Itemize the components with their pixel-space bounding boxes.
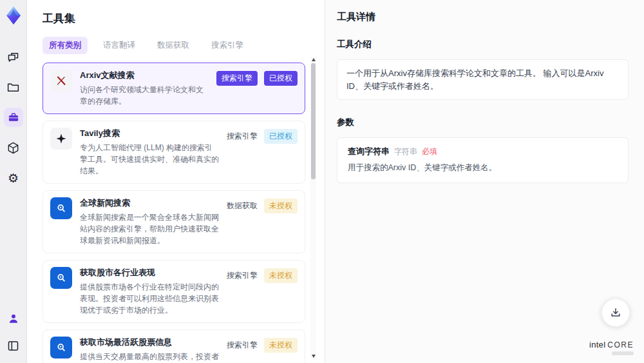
panel-toggle-icon[interactable] — [4, 336, 23, 355]
tool-title: Arxiv文献搜索 — [80, 70, 209, 81]
tool-detail-panel: 工具详情 工具介绍 一个用于从Arxiv存储库搜索科学论文和文章的工具。 输入可… — [325, 0, 644, 363]
tool-list-panel: 工具集 所有类别语言翻译数据获取搜索引擎 Arxi — [27, 0, 325, 363]
param-name: 查询字符串 — [348, 146, 390, 157]
detail-title: 工具详情 — [337, 11, 629, 23]
app-logo[interactable] — [4, 6, 23, 25]
params-list: 查询字符串 字符串 必填 用于搜索的Arxiv ID、关键字或作者姓名。 — [337, 137, 629, 183]
tool-description: 提供股票市场各个行业在特定时间段内的表现。投资者可以利用这些信息来识别表现优于或… — [80, 281, 219, 316]
tool-tags: 数据获取 未授权 — [227, 197, 298, 213]
tool-card-body: 获取市场最活跃股票信息 提供当天交易量最高的股票列表，投资者可以利用这些信息来识… — [80, 337, 219, 363]
auth-status-badge: 未授权 — [264, 338, 298, 353]
tool-description: 提供当天交易量最高的股票列表，投资者可以利用这些信息来识别流动性强的股票和潜在的… — [80, 351, 219, 363]
brand-core: core — [607, 340, 634, 349]
user-icon[interactable] — [4, 309, 23, 328]
scrollbar-thumb[interactable] — [311, 63, 316, 179]
scroll-down-icon[interactable] — [312, 355, 316, 358]
tool-tags: 搜索引擎 已授权 — [227, 128, 298, 144]
news-search-icon — [55, 271, 68, 284]
tool-card[interactable]: 获取市场最活跃股票信息 提供当天交易量最高的股票列表，投资者可以利用这些信息来识… — [43, 329, 305, 363]
tool-cards: Arxiv文献搜索 访问各个研究领域大量科学论文和文章的存储库。 搜索引擎 已授… — [43, 63, 305, 363]
tool-icon — [50, 70, 72, 92]
intel-core-logo: intelcore — [589, 340, 634, 355]
news-search-icon — [55, 202, 68, 215]
tool-icon — [50, 267, 72, 289]
tool-icon — [50, 337, 72, 358]
intro-section-label: 工具介绍 — [337, 39, 629, 50]
brand-sub-bar — [612, 351, 634, 355]
auth-status-badge: 未授权 — [264, 199, 298, 213]
tool-tags: 搜索引擎 已授权 — [216, 70, 298, 86]
category-badge: 搜索引擎 — [227, 129, 258, 144]
tool-card[interactable]: Arxiv文献搜索 访问各个研究领域大量科学论文和文章的存储库。 搜索引擎 已授… — [43, 63, 305, 114]
category-badge: 数据获取 — [227, 199, 258, 213]
page-title: 工具集 — [43, 11, 305, 26]
tool-description: 访问各个研究领域大量科学论文和文章的存储库。 — [80, 84, 209, 107]
gear-icon[interactable]: ⚙ — [4, 168, 23, 188]
scroll-up-icon[interactable] — [312, 58, 316, 61]
list-scrollbar[interactable] — [310, 57, 316, 359]
cube-icon[interactable] — [4, 138, 23, 157]
param-required-flag: 必填 — [422, 146, 437, 157]
tool-card-body: 获取股市各行业表现 提供股票市场各个行业在特定时间段内的表现。投资者可以利用这些… — [80, 267, 219, 316]
tool-card[interactable]: 全球新闻搜索 全球新闻搜索是一个聚合全球各大新闻网站内容的搜索引擎，帮助用户快速… — [43, 190, 305, 253]
tool-card-body: 全球新闻搜索 全球新闻搜索是一个聚合全球各大新闻网站内容的搜索引擎，帮助用户快速… — [80, 197, 219, 246]
rail-nav: ⚙ — [4, 47, 23, 188]
auth-status-badge: 已授权 — [264, 129, 298, 144]
tool-tags: 搜索引擎 未授权 — [227, 267, 298, 283]
params-section-label: 参数 — [337, 117, 629, 128]
tool-card-body: Tavily搜索 专为人工智能代理 (LLM) 构建的搜索引擎工具。可快速提供实… — [80, 128, 219, 177]
app-window: ⚙ 工具集 所有类别语言翻译数据获取搜索引擎 — [0, 0, 644, 363]
category-tab[interactable]: 语言翻译 — [97, 37, 142, 54]
param-card: 查询字符串 字符串 必填 用于搜索的Arxiv ID、关键字或作者姓名。 — [337, 137, 629, 183]
category-badge: 搜索引擎 — [216, 71, 258, 86]
folder-icon[interactable] — [4, 77, 23, 97]
tool-card[interactable]: 获取股市各行业表现 提供股票市场各个行业在特定时间段内的表现。投资者可以利用这些… — [43, 260, 305, 323]
tool-tags: 搜索引擎 未授权 — [227, 337, 298, 353]
tool-card[interactable]: Tavily搜索 专为人工智能代理 (LLM) 构建的搜索引擎工具。可快速提供实… — [43, 121, 305, 184]
download-icon — [609, 306, 622, 319]
auth-status-badge: 已授权 — [264, 71, 298, 86]
category-tabs: 所有类别语言翻译数据获取搜索引擎 — [43, 37, 305, 54]
tavily-icon — [55, 132, 68, 145]
category-tab[interactable]: 搜索引擎 — [205, 37, 250, 54]
auth-status-badge: 未授权 — [264, 268, 298, 283]
tool-title: 全球新闻搜索 — [80, 197, 219, 209]
tool-title: 获取股市各行业表现 — [80, 267, 219, 279]
tool-description: 全球新闻搜索是一个聚合全球各大新闻网站内容的搜索引擎，帮助用户快速获取全球最新资… — [80, 211, 219, 246]
tool-description: 专为人工智能代理 (LLM) 构建的搜索引擎工具。可快速提供实时、准确和真实的结… — [80, 142, 219, 177]
param-header: 查询字符串 字符串 必填 — [348, 146, 618, 157]
arxiv-icon — [55, 74, 68, 87]
param-description: 用于搜索的Arxiv ID、关键字或作者姓名。 — [348, 162, 618, 173]
param-type: 字符串 — [394, 146, 417, 157]
category-tab[interactable]: 所有类别 — [43, 37, 88, 54]
briefcase-icon[interactable] — [4, 108, 23, 127]
tool-card-body: Arxiv文献搜索 访问各个研究领域大量科学论文和文章的存储库。 — [80, 70, 209, 107]
brand-intel: intel — [589, 340, 605, 349]
left-rail: ⚙ — [0, 0, 27, 363]
news-search-icon — [55, 341, 68, 354]
category-badge: 搜索引擎 — [227, 268, 258, 283]
gear-glyph: ⚙ — [8, 172, 19, 184]
download-button[interactable] — [601, 299, 630, 327]
tool-intro-text: 一个用于从Arxiv存储库搜索科学论文和文章的工具。 输入可以是Arxiv ID… — [337, 59, 629, 100]
category-tab[interactable]: 数据获取 — [151, 37, 196, 54]
category-badge: 搜索引擎 — [227, 338, 258, 353]
tool-title: 获取市场最活跃股票信息 — [80, 337, 219, 348]
tool-icon — [50, 128, 72, 150]
chat-icon[interactable] — [4, 47, 23, 66]
rail-bottom — [4, 309, 23, 355]
tool-title: Tavily搜索 — [80, 128, 219, 139]
tool-icon — [50, 197, 72, 219]
